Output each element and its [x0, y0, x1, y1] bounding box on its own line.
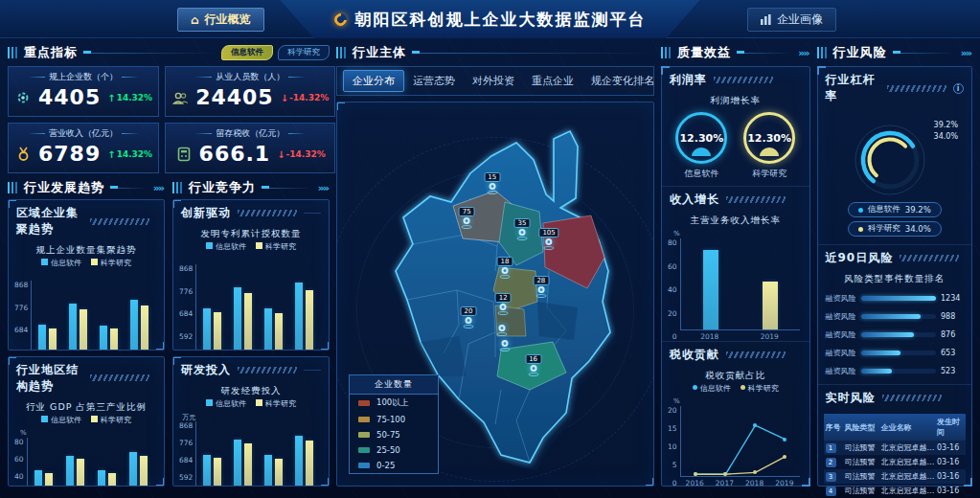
tab-3[interactable]: 重点企业 [523, 71, 582, 91]
table-row-1[interactable]: 2司法预警北京启冠卓越科技有限公司03-16 [824, 455, 966, 469]
patent-grant-subtitle: 创新驱动 [181, 205, 231, 221]
bar-group [234, 264, 252, 351]
bar [264, 455, 272, 487]
bar-group [34, 438, 53, 487]
chart-title: 税收贡献占比 [662, 370, 809, 382]
stat-delta: ↑14.32% [107, 149, 152, 160]
risk-rank-bar [861, 351, 901, 355]
legend-label: 信息软件 [868, 204, 900, 215]
bar [98, 470, 105, 487]
bar-group [98, 438, 116, 487]
bar [306, 441, 313, 487]
info-icon[interactable]: i [953, 83, 964, 94]
legend-range-label: 100以上 [376, 397, 408, 409]
bar [275, 313, 283, 351]
map-legend-item-2: 50-75 [350, 427, 438, 442]
rd-invest-card: 研发投入 研发经费投入信息软件科学研究万元8687766845925002016… [172, 356, 330, 487]
data-point [783, 438, 786, 441]
bar [203, 455, 211, 487]
competitiveness-title: 行业竞争力 [189, 179, 256, 196]
quality-more-button[interactable]: »» [798, 47, 809, 59]
stat-card-1: 从业人员数（人）24405↓-14.32% [165, 66, 335, 117]
risk-rank-value: 1234 [941, 294, 964, 303]
dashboard-root: ⌂ 行业概览 朝阳区科创规上企业大数据监测平台 企业画像 重点指标 信息软件科学… [0, 0, 980, 498]
stat-delta: ↓-14.32% [281, 93, 330, 103]
data-point [753, 423, 757, 427]
quality-header: 质量效益 »» [661, 43, 810, 62]
risk-rank-bar [861, 332, 915, 337]
y-axis: 806040200 [668, 238, 680, 341]
location-pin-icon [489, 183, 495, 190]
income-subtitle: 收入增长 [670, 192, 719, 208]
bar [295, 436, 303, 487]
pin-ring-decoration [496, 332, 507, 336]
nav-industry-overview[interactable]: ⌂ 行业概览 [177, 8, 264, 32]
cluster-trend-subheader: 区域企业集聚趋势 [9, 200, 164, 241]
legend-entry: 科学研究 [91, 258, 131, 268]
hatch-decoration [238, 210, 297, 216]
bar-group [295, 264, 313, 351]
y-axis-unit: 万元 [182, 413, 195, 421]
map-marker-105[interactable]: 105 [538, 228, 558, 250]
table-row-0[interactable]: 1司法预警北京启冠卓越科技有限公司03-16 [824, 441, 966, 455]
nav-enterprise-profile[interactable]: 企业画像 [747, 8, 836, 32]
realtime-risk-subheader: 实时风险 [818, 385, 971, 410]
quality-column: 质量效益 »» 利润率 利润增长率 12.30% 信息软件 [661, 43, 810, 487]
risk-rank-bar [861, 369, 893, 374]
bar [110, 328, 118, 350]
home-icon: ⌂ [191, 13, 199, 27]
bar [214, 458, 221, 487]
map-legend-item-1: 75-100 [350, 412, 438, 427]
leverage-value-software: 39.2% [934, 120, 958, 131]
y-axis-unit: % [673, 230, 680, 238]
map-marker-75[interactable]: 75 [459, 207, 475, 229]
filter-toggle-1[interactable]: 科学研究 [278, 45, 330, 60]
tab-0[interactable]: 企业分布 [343, 70, 404, 92]
map-marker-20[interactable]: 20 [460, 306, 476, 328]
plot-area [195, 421, 319, 487]
rd-invest-subheader: 研发投入 [173, 357, 329, 382]
table-row-3[interactable]: 4司法预警北京启冠卓越科技有限公司03-16 [824, 484, 966, 498]
legend-entry: 信息软件 [41, 415, 81, 425]
nav-industry-overview-label: 行业概览 [205, 11, 251, 28]
location-pin-icon [501, 340, 508, 347]
competitiveness-more-button[interactable]: »» [318, 182, 330, 194]
up-arrow-icon: ↑ [107, 93, 115, 103]
map-marker-28[interactable]: 28 [533, 276, 549, 298]
chart-legend: 信息软件科学研究 [662, 383, 809, 394]
hatch-decoration [726, 196, 786, 203]
risk-rank-value: 653 [941, 349, 964, 357]
map-marker-15[interactable]: 15 [484, 172, 500, 194]
legend-entry: 科学研究 [91, 415, 131, 425]
bar-group [295, 421, 313, 487]
tab-4[interactable]: 规企变化排名 [582, 71, 663, 91]
left-column: 重点指标 信息软件科学研究 规上企业数（个）4405↑14.32%从业人员数（人… [8, 43, 330, 487]
realtime-risk-section: 实时风险 序号风险类型企业名称发生时间1司法预警北京启冠卓越科技有限公司03-1… [818, 385, 971, 498]
profit-subheader: 利润率 [662, 67, 809, 92]
plot-area [27, 438, 154, 487]
chart-legend: 信息软件科学研究 [173, 398, 329, 409]
map-marker-16[interactable]: 16 [525, 354, 541, 376]
map-marker-12[interactable]: 12 [495, 293, 512, 315]
table-row-2[interactable]: 3司法预警北京启冠卓越科技有限公司03-16 [824, 469, 966, 484]
map-marker-9[interactable] [499, 340, 510, 351]
x-axis-labels: 20182019 [680, 332, 800, 341]
map-marker-35[interactable]: 35 [514, 218, 531, 240]
tab-2[interactable]: 对外投资 [464, 71, 523, 91]
leverage-section: 行业杠杆率 i 39.2% 34.0% [818, 67, 971, 245]
table-header-row: 序号风险类型企业名称发生时间 [824, 414, 966, 441]
competitiveness-stack: 创新驱动 发明专利累计授权数量信息软件科学研究86877668459250020… [172, 199, 330, 487]
map-marker-8[interactable] [496, 325, 507, 336]
industry-trend-more-button[interactable]: »» [153, 182, 165, 194]
chart-legend: 信息软件科学研究 [9, 258, 164, 268]
map-marker-18[interactable]: 18 [496, 257, 513, 279]
company-cell: 北京启冠卓越科技有限公司 [881, 442, 937, 453]
location-pin-icon [464, 217, 470, 224]
filter-toggle-0[interactable]: 信息软件 [221, 45, 273, 60]
tab-1[interactable]: 运营态势 [404, 71, 464, 91]
time-cell: 03-16 [937, 443, 964, 452]
bar-group [66, 438, 84, 487]
risk-more-button[interactable]: »» [961, 47, 972, 59]
bar [34, 470, 42, 487]
bar-group [264, 264, 283, 351]
